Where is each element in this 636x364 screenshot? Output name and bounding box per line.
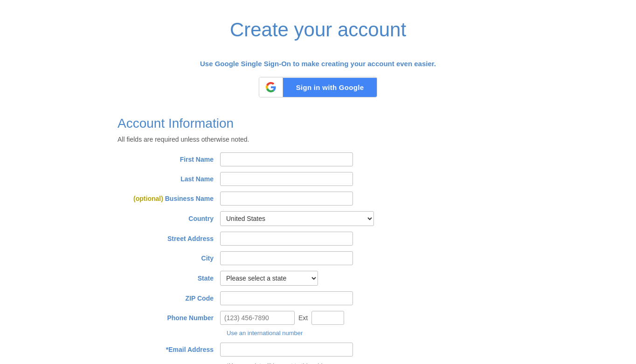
phone-fields: Ext — [220, 311, 344, 325]
business-name-input[interactable] — [220, 192, 353, 206]
account-information-section: Account Information All fields are requi… — [118, 116, 518, 364]
email-row: *Email Address — [118, 343, 518, 357]
zip-row: ZIP Code — [118, 291, 518, 305]
state-row: State Please select a state Alabama Alas… — [118, 271, 518, 286]
city-row: City — [118, 251, 518, 265]
phone-row: Phone Number Ext — [118, 311, 518, 325]
page-title: Create your account — [118, 19, 518, 41]
optional-tag: (optional) — [133, 195, 163, 202]
city-label: City — [118, 254, 220, 262]
email-note: *Your receipt will be sent to this addre… — [227, 362, 518, 364]
state-select[interactable]: Please select a state Alabama Alaska Ari… — [220, 271, 318, 286]
google-signin-button[interactable]: Sign in with Google — [259, 77, 378, 97]
first-name-row: First Name — [118, 152, 518, 166]
first-name-input[interactable] — [220, 152, 353, 166]
zip-label: ZIP Code — [118, 295, 220, 302]
zip-input[interactable] — [220, 291, 353, 305]
intl-row: Use an international number — [227, 329, 518, 337]
intl-number-link[interactable]: Use an international number — [227, 330, 303, 337]
state-label: State — [118, 275, 220, 282]
email-input[interactable] — [220, 343, 353, 357]
country-select[interactable]: United States Canada United Kingdom Aust… — [220, 211, 374, 226]
last-name-label: Last Name — [118, 175, 220, 183]
phone-label: Phone Number — [118, 314, 220, 322]
sso-tagline: Use Google Single Sign-On to make creati… — [118, 60, 518, 68]
phone-input[interactable] — [220, 311, 295, 325]
last-name-row: Last Name — [118, 172, 518, 186]
business-name-label: (optional) Business Name — [118, 195, 220, 202]
required-note: All fields are required unless otherwise… — [118, 136, 518, 143]
google-signin-text: Sign in with Google — [283, 78, 377, 97]
country-label: Country — [118, 215, 220, 222]
first-name-label: First Name — [118, 156, 220, 163]
business-name-row: (optional) Business Name — [118, 192, 518, 206]
email-label: *Email Address — [118, 346, 220, 353]
ext-input[interactable] — [311, 311, 344, 325]
ext-label: Ext — [298, 314, 308, 322]
last-name-input[interactable] — [220, 172, 353, 186]
street-address-input[interactable] — [220, 232, 353, 246]
country-row: Country United States Canada United King… — [118, 211, 518, 226]
sso-section: Use Google Single Sign-On to make creati… — [118, 60, 518, 97]
street-address-label: Street Address — [118, 235, 220, 242]
street-address-row: Street Address — [118, 232, 518, 246]
section-title: Account Information — [118, 116, 518, 131]
google-icon — [259, 77, 283, 97]
business-name-label-text: Business Name — [165, 195, 214, 202]
city-input[interactable] — [220, 251, 353, 265]
